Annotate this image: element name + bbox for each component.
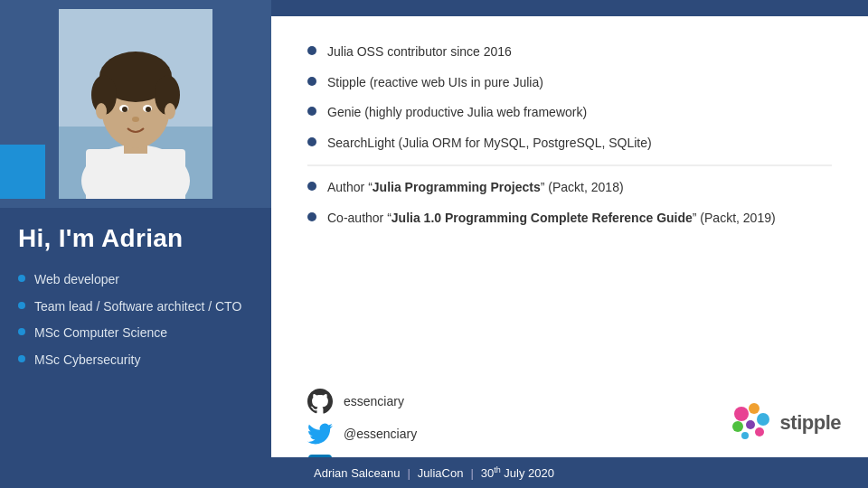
svg-point-18: [757, 413, 769, 426]
item-bullet: [307, 182, 316, 191]
bullet-text: Team lead / Software architect / CTO: [34, 298, 241, 316]
bullet-dot: [18, 355, 25, 362]
item-text: Co-author “Julia 1.0 Programming Complet…: [327, 210, 776, 228]
bullet-dot: [18, 328, 25, 335]
content-items: Julia OSS contributor since 2016Stipple …: [307, 43, 832, 383]
divider: [307, 164, 832, 166]
svg-point-12: [146, 107, 151, 112]
social-item-twitter: @essenciary: [307, 421, 437, 446]
svg-point-22: [741, 432, 749, 439]
content-item: Stipple (reactive web UIs in pure Julia): [307, 74, 832, 92]
svg-point-14: [96, 103, 107, 119]
bullet-text: Web developer: [34, 271, 119, 289]
stipple-logo-svg: [725, 398, 775, 447]
svg-point-20: [732, 421, 743, 432]
content-item: Julia OSS contributor since 2016: [307, 43, 832, 61]
item-bullet: [307, 137, 316, 146]
item-text: Julia OSS contributor since 2016: [327, 43, 512, 61]
svg-rect-3: [86, 149, 185, 199]
github-icon: [307, 389, 333, 414]
item-text: Author “Julia Programming Projects” (Pac…: [327, 179, 624, 197]
page-title: Hi, I'm Adrian: [18, 224, 253, 253]
blue-accent: [0, 145, 45, 199]
bullet-text: MSc Cybersecurity: [34, 352, 140, 370]
twitter-handle: @essenciary: [344, 427, 417, 441]
stipple-text: stipple: [780, 411, 841, 435]
content-item: Author “Julia Programming Projects” (Pac…: [307, 179, 832, 197]
bullet-text: MSc Computer Science: [34, 324, 167, 343]
footer-event: JuliaCon: [418, 466, 464, 480]
footer-sep1: |: [407, 466, 410, 480]
footer-date: 30th July 2020: [481, 465, 554, 480]
item-text: Genie (highly productive Julia web frame…: [327, 104, 587, 122]
bullet-item: MSc Computer Science: [18, 324, 253, 343]
svg-point-13: [132, 117, 139, 122]
stipple-logo: stipple: [725, 398, 841, 447]
github-handle: essenciary: [344, 394, 404, 408]
bullet-dot: [18, 302, 25, 309]
footer-name: Adrian Salceanu: [314, 466, 400, 480]
svg-point-11: [122, 107, 127, 112]
social-item-github: essenciary: [307, 389, 437, 414]
svg-point-19: [746, 420, 755, 429]
svg-point-15: [165, 103, 175, 119]
footer-sep2: |: [470, 466, 473, 480]
bullet-item: Team lead / Software architect / CTO: [18, 298, 253, 316]
bullet-item: Web developer: [18, 271, 253, 289]
top-bar: [271, 0, 868, 16]
photo-container: [0, 0, 271, 208]
content-item: Co-author “Julia 1.0 Programming Complet…: [307, 210, 832, 228]
svg-point-21: [755, 427, 764, 436]
item-bullet: [307, 46, 316, 55]
right-panel: Julia OSS contributor since 2016Stipple …: [271, 16, 868, 488]
left-panel: Hi, I'm Adrian Web developerTeam lead / …: [0, 0, 271, 488]
svg-point-16: [734, 407, 749, 421]
bullet-item: MSc Cybersecurity: [18, 352, 253, 370]
svg-point-17: [749, 403, 760, 414]
footer-bar: Adrian Salceanu | JuliaCon | 30th July 2…: [0, 457, 868, 488]
item-bullet: [307, 77, 316, 86]
item-bullet: [307, 212, 316, 221]
name-section: Hi, I'm Adrian: [0, 208, 271, 262]
bullet-dot: [18, 275, 25, 282]
twitter-icon: [307, 421, 333, 446]
profile-photo: [59, 9, 212, 199]
content-item: SearchLight (Julia ORM for MySQL, Postgr…: [307, 135, 832, 153]
content-item: Genie (highly productive Julia web frame…: [307, 104, 832, 122]
item-text: SearchLight (Julia ORM for MySQL, Postgr…: [327, 135, 652, 153]
item-text: Stipple (reactive web UIs in pure Julia): [327, 74, 543, 92]
right-content: Julia OSS contributor since 2016Stipple …: [307, 34, 832, 479]
bullet-list: Web developerTeam lead / Software archit…: [0, 262, 271, 387]
item-bullet: [307, 107, 316, 116]
